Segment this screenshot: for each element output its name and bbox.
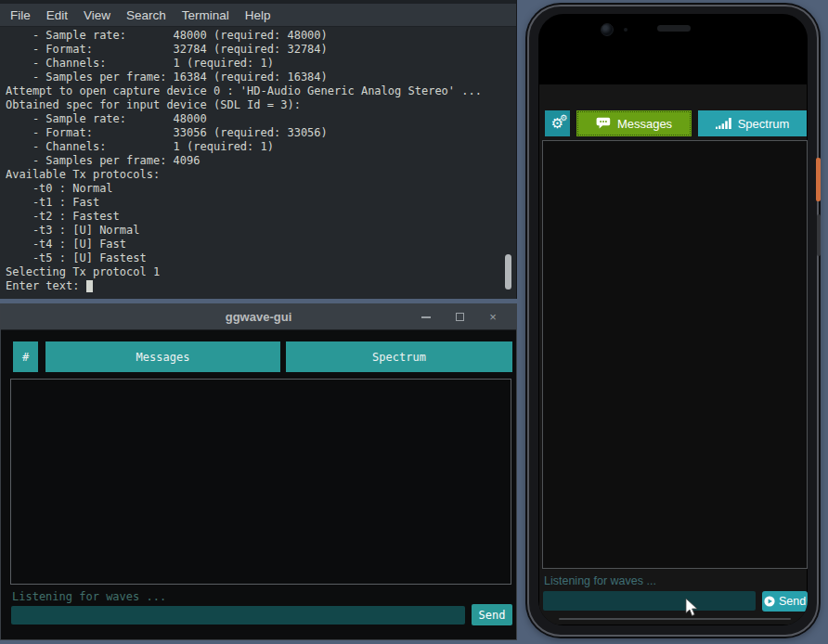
minimize-button[interactable]	[416, 308, 436, 327]
terminal-cursor	[86, 280, 93, 292]
minimize-icon	[421, 316, 431, 318]
phone-send-label: Send	[779, 595, 806, 608]
maximize-button[interactable]	[449, 308, 470, 327]
menu-file[interactable]: File	[10, 8, 31, 22]
phone-settings-button[interactable]: ⚙⚙	[545, 110, 570, 136]
phone-screen: ⚙⚙ Messages	[538, 14, 808, 625]
phone-status-text: Listening for waves ...	[544, 574, 656, 587]
phone-volume-button	[817, 214, 821, 256]
ggwave-titlebar[interactable]: ggwave-gui ×	[1, 303, 516, 330]
phone-tab-spectrum[interactable]: Spectrum	[698, 110, 807, 136]
phone-send-button[interactable]: Send	[762, 591, 808, 612]
menu-search[interactable]: Search	[126, 8, 166, 22]
phone-tab-messages-label: Messages	[617, 117, 672, 131]
menu-terminal[interactable]: Terminal	[182, 8, 229, 22]
messages-panel	[10, 379, 511, 585]
terminal-menubar: File Edit View Search Terminal Help	[0, 4, 516, 27]
menu-edit[interactable]: Edit	[46, 8, 68, 22]
phone-message-input[interactable]	[543, 591, 756, 611]
message-input[interactable]	[11, 606, 465, 625]
phone-power-button	[816, 158, 821, 201]
send-button-label: Send	[479, 609, 506, 622]
maximize-icon	[456, 313, 464, 321]
phone-tab-messages[interactable]: Messages	[576, 110, 692, 136]
tab-messages-label: Messages	[136, 351, 190, 364]
close-icon: ×	[489, 310, 497, 324]
menu-help[interactable]: Help	[245, 8, 271, 22]
phone-messages-panel	[542, 140, 808, 569]
mouse-pointer-icon	[685, 598, 700, 618]
signal-bars-icon	[716, 118, 731, 129]
phone-tab-spectrum-label: Spectrum	[738, 117, 790, 131]
speaker-icon	[657, 25, 691, 32]
status-text: Listening for waves ...	[12, 590, 166, 603]
menu-view[interactable]: View	[84, 8, 110, 22]
terminal-output: - Sample rate: 48000 (required: 48000) -…	[6, 29, 505, 296]
tab-messages[interactable]: Messages	[45, 341, 280, 372]
tab-settings-label: #	[22, 351, 29, 364]
camera-icon	[601, 23, 614, 36]
sensor-dot	[624, 28, 627, 32]
close-button[interactable]: ×	[483, 308, 503, 327]
tab-settings[interactable]: #	[13, 341, 38, 372]
terminal-scrollbar-thumb[interactable]	[505, 254, 511, 290]
play-circle-icon	[764, 596, 775, 607]
speech-bubble-icon	[596, 117, 611, 130]
tab-spectrum-label: Spectrum	[372, 351, 426, 364]
ggwave-window: ggwave-gui × # Messages Spectrum Listeni…	[0, 303, 517, 640]
cogs-icon: ⚙⚙	[551, 117, 563, 131]
phone: ⚙⚙ Messages	[527, 5, 819, 637]
terminal-window: File Edit View Search Terminal Help - Sa…	[0, 0, 517, 299]
tab-spectrum[interactable]: Spectrum	[286, 341, 512, 372]
send-button[interactable]: Send	[472, 604, 512, 625]
phone-app: ⚙⚙ Messages	[539, 84, 807, 625]
home-indicator	[559, 618, 791, 620]
